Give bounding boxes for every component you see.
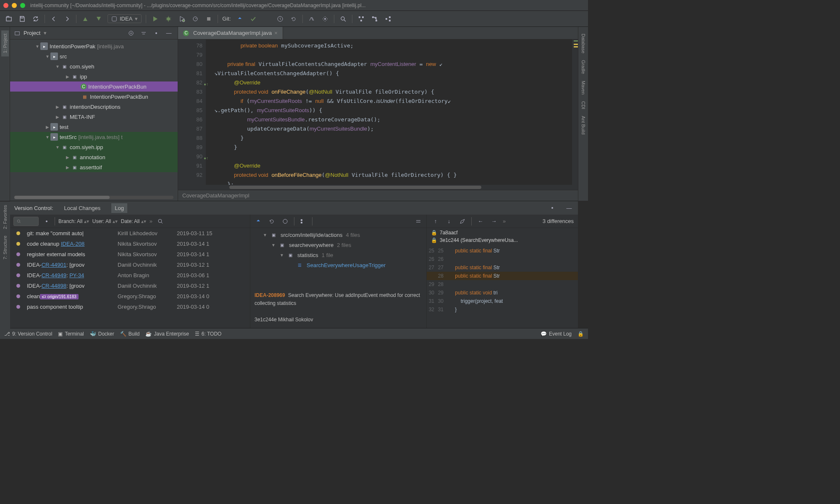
build-icon[interactable] [81,14,90,24]
gutter[interactable]: 7879808182●↑8384858687888990●↑9192 [178,39,206,185]
cherry-pick-icon[interactable] [254,217,263,226]
tab-log[interactable]: Log [111,203,127,213]
gear-icon[interactable] [152,29,161,38]
vcs-toolwindow-button[interactable]: ⎇9: Version Control [4,331,52,337]
tree-row[interactable]: ▼▸testSrc[intellij.java.tests] t [10,132,178,142]
maven-tab[interactable]: Maven [580,77,587,98]
docker-button[interactable]: 🐳Docker [90,331,114,337]
todo-button[interactable]: ☰6: TODO [195,331,222,337]
cdi-tab[interactable]: CDI [580,98,587,113]
vcs-history-icon[interactable] [276,14,285,24]
tree-row[interactable]: ▶▸test [10,122,178,132]
coverage-icon[interactable] [177,14,186,24]
up-icon[interactable]: ↑ [431,217,440,226]
commit-row[interactable]: clean🏷 origin/191.6183Gregory.Shrago2019… [10,291,250,302]
tree-row[interactable]: ▦IntentionPowerPackBun [10,92,178,102]
editor-hscroll[interactable] [178,185,578,190]
minimap[interactable] [572,39,578,185]
tree-row[interactable]: ▼▸IntentionPowerPak[intellij.java [10,41,178,51]
code-editor[interactable]: private boolean mySubcoverageIsActive; p… [206,39,578,185]
commit-row[interactable]: pass component tooltipGregory.Shrago2019… [10,302,250,312]
editor-tab[interactable]: C CoverageDataManagerImpl.java × [178,27,283,39]
structure3-icon[interactable] [383,14,393,24]
minimize-icon[interactable]: — [164,29,173,38]
search-icon[interactable] [156,217,165,226]
save-icon[interactable] [18,14,27,24]
gear-icon[interactable] [548,203,557,213]
structure-tab[interactable]: 7: Structure [1,232,9,263]
revert-icon[interactable] [267,217,276,226]
branch-filter[interactable]: Branch: All ▴▾ [58,218,89,224]
build-down-icon[interactable] [94,14,103,24]
forward-icon[interactable]: → [489,217,499,226]
project-hscroll[interactable] [14,196,173,199]
run-config-selector[interactable]: IDEA ▾ [108,14,142,23]
back-icon[interactable]: ← [476,217,485,226]
tree-row[interactable]: ▶▣META-INF [10,112,178,122]
close-tab-icon[interactable]: × [274,30,278,36]
tree-row[interactable]: ▶▣annotation [10,152,178,162]
expand-icon[interactable] [139,29,148,38]
favorites-tab[interactable]: 2: Favorites [1,202,9,232]
tree-row[interactable]: CIntentionPowerPackBun [10,81,178,92]
database-tab[interactable]: Database [580,30,587,57]
commit-row[interactable]: register external modelsNikita Skvortsov… [10,249,250,260]
profile-icon[interactable] [191,14,200,24]
vcs-update-icon[interactable] [235,14,244,24]
commit-row[interactable]: IDEA-CR-44898: [groovDaniil Ovchinnik201… [10,281,250,291]
back-icon[interactable] [49,14,58,24]
status-icon[interactable]: 🔒 [578,331,584,337]
tree-row[interactable]: ▼▣com.siyeh.ipp [10,142,178,152]
changed-files-tree[interactable]: ▼▣src/com/intellij/ide/actions4 files ▼▣… [250,228,426,287]
commit-row[interactable]: IDEA-CR-44949: PY-34Anton Bragin2019-03-… [10,270,250,281]
minimize-window[interactable] [12,3,17,8]
vcs-commit-icon[interactable] [249,14,258,24]
hide-icon[interactable]: — [564,203,574,213]
commit-row[interactable]: git: make "commit auto|Kirill Likhodedov… [10,228,250,239]
history-icon[interactable] [281,217,290,226]
collapse-icon[interactable] [414,217,423,226]
tree-row[interactable]: ▶▣asserttoif [10,162,178,172]
commit-row[interactable]: code cleanup IDEA-208Nikita Skvortsov201… [10,239,250,249]
search-icon[interactable] [339,14,348,24]
stop-icon[interactable] [204,14,213,24]
forward-icon[interactable] [63,14,72,24]
gear-icon[interactable] [42,217,51,226]
open-icon[interactable] [4,14,13,24]
commit-list[interactable]: git: make "commit auto|Kirill Likhodedov… [10,228,250,328]
build-button[interactable]: 🔨Build [120,331,140,337]
project-tree[interactable]: ▼▸IntentionPowerPak[intellij.java▼▸src▼▣… [10,39,178,194]
tree-row[interactable]: ▶▣intentionDescriptions [10,102,178,112]
terminal-button[interactable]: ▣Terminal [58,331,84,337]
vcs-compare-icon[interactable] [262,14,271,24]
breadcrumb[interactable]: CoverageDataManagerImpl [178,190,578,201]
structure2-icon[interactable] [370,14,379,24]
jee-button[interactable]: ☕Java Enterprise [145,331,189,337]
eventlog-button[interactable]: 💬Event Log [541,331,572,337]
ant-tab[interactable]: Ant Build [580,113,587,138]
tab-local-changes[interactable]: Local Changes [61,203,104,213]
tree-row[interactable]: ▶▣ipp [10,71,178,81]
edit-icon[interactable] [458,217,467,226]
ide-settings-icon[interactable] [320,14,330,24]
vcs-revert-icon[interactable] [289,14,298,24]
expand-all-icon[interactable] [317,217,326,226]
group-icon[interactable] [299,217,308,226]
commit-row[interactable]: IDEA-CR-44901: [groovDaniil Ovchinnik201… [10,260,250,270]
diff-viewer[interactable]: 2525 public static final Str26262727 pub… [427,245,578,314]
sync-icon[interactable] [31,14,40,24]
date-filter[interactable]: Date: All ▴▾ [121,218,146,224]
project-tab[interactable]: 1: Project [1,30,9,56]
close-window[interactable] [3,3,8,8]
log-search[interactable] [13,217,39,226]
debug-icon[interactable] [164,14,173,24]
settings-icon[interactable] [307,14,316,24]
maximize-window[interactable] [20,3,25,8]
down-icon[interactable]: ↓ [444,217,454,226]
run-icon[interactable] [150,14,160,24]
tree-row[interactable]: ▼▸src [10,51,178,61]
user-filter[interactable]: User: All ▴▾ [92,218,118,224]
locate-icon[interactable] [126,29,136,38]
structure-icon[interactable] [357,14,366,24]
gradle-tab[interactable]: Gradle [580,57,587,77]
